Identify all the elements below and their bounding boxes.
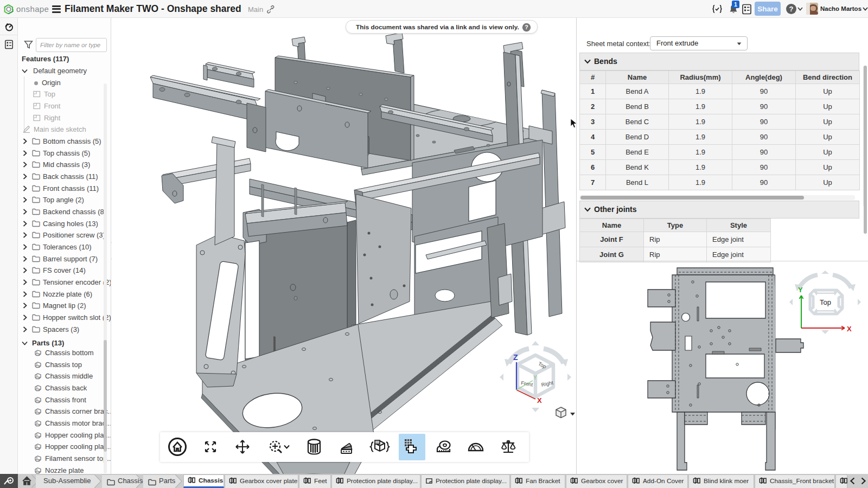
svg-text:?: ? [789, 5, 794, 13]
svg-text:Z: Z [513, 353, 518, 362]
svg-text:X: X [847, 325, 852, 333]
svg-text:Y: Y [533, 375, 537, 381]
svg-text:Top: Top [820, 298, 831, 306]
svg-text:X: X [537, 396, 542, 404]
svg-text:Y: Y [798, 286, 803, 294]
svg-text:?: ? [525, 24, 528, 30]
